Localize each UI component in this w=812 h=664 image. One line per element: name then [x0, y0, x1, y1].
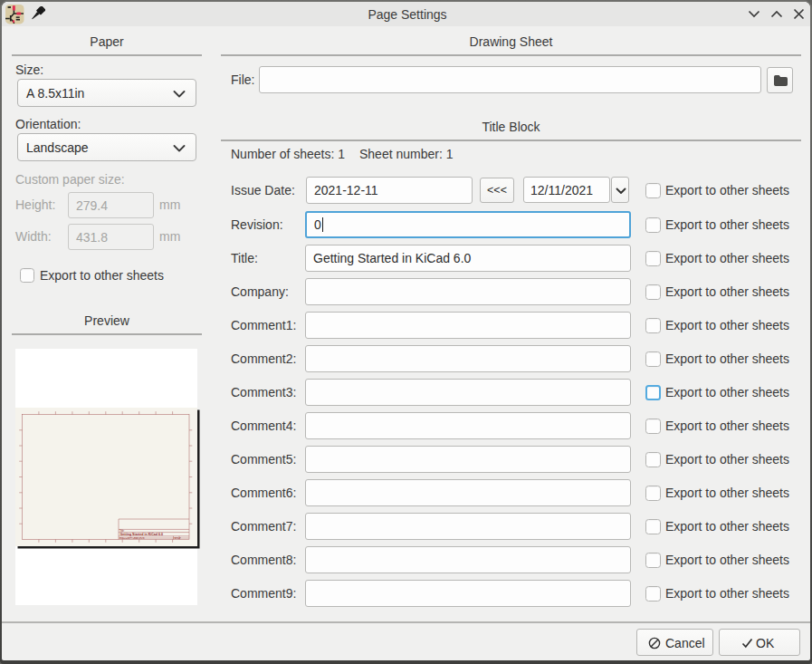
svg-text:Id: 1/1: Id: 1/1 — [175, 537, 181, 540]
svg-text:KiCad E.D.A. kicad (6.0.0): KiCad E.D.A. kicad (6.0.0) — [119, 537, 145, 540]
